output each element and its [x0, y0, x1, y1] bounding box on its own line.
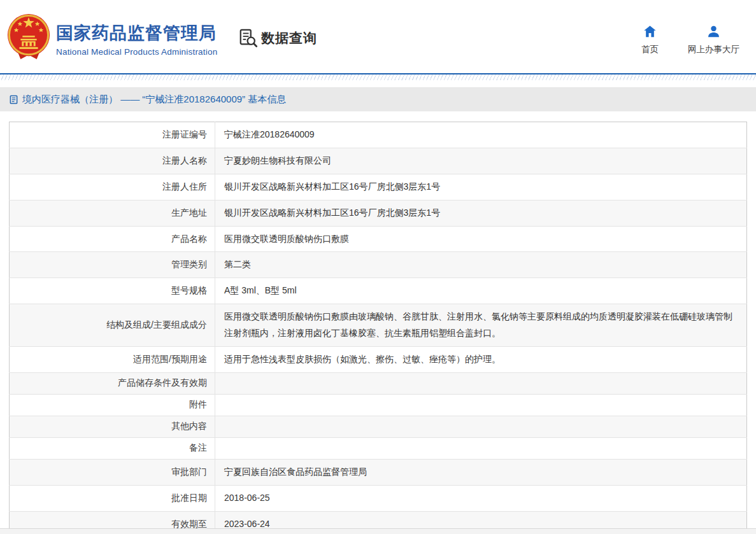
data-query-banner[interactable]: 数据查询: [238, 28, 317, 48]
row-value: 银川开发区战略新兴材料加工区16号厂房北侧3层东1号: [215, 200, 747, 226]
row-value: [215, 416, 747, 437]
table-row: 注册人住所银川开发区战略新兴材料加工区16号厂房北侧3层东1号: [10, 174, 747, 200]
table-row: 管理类别第二类: [10, 252, 747, 278]
row-label-text: 注册证编号: [162, 129, 207, 139]
table-row: 注册人名称宁夏妙朗生物科技有限公司: [10, 148, 747, 174]
row-label: 管理类别: [10, 252, 215, 278]
row-value: 适用于急性浅表型皮肤损伤（如激光、擦伤、过敏、痤疮等）的护理。: [215, 347, 747, 373]
row-value: 2018-06-25: [215, 485, 747, 511]
row-value: 第二类: [215, 252, 747, 278]
nav-hall-label: 网上办事大厅: [688, 44, 739, 55]
row-value: 医用微交联透明质酸钠伤口敷膜由玻璃酸钠、谷胱甘肽、注射用水、氯化钠等主要原料组成…: [215, 304, 747, 347]
nmpa-logo[interactable]: [6, 11, 51, 62]
nav-home-label: 首页: [641, 44, 659, 55]
row-value: 宁械注准20182640009: [215, 122, 747, 148]
row-label: 产品名称: [10, 226, 215, 252]
table-row: 审批部门宁夏回族自治区食品药品监督管理局: [10, 459, 747, 485]
info-table-body: 注册证编号宁械注准20182640009注册人名称宁夏妙朗生物科技有限公司注册人…: [10, 122, 747, 534]
footer-strip: [0, 528, 756, 534]
row-label-text: 其他内容: [171, 421, 207, 431]
org-name-en: National Medical Products Administration: [56, 47, 217, 57]
table-row: 备注: [10, 437, 747, 459]
row-label-text: 注册人住所: [162, 181, 207, 192]
row-label: 注册人名称: [10, 148, 215, 174]
breadcrumb-text: 境内医疗器械（注册） —— “宁械注准20182640009” 基本信息: [22, 94, 286, 106]
national-emblem-icon: [6, 11, 51, 62]
row-label: 批准日期: [10, 485, 215, 511]
row-label-text: 批准日期: [171, 493, 207, 503]
table-row: 型号规格A型 3ml、B型 5ml: [10, 278, 747, 304]
home-icon: [643, 24, 657, 39]
row-label-text: 型号规格: [171, 285, 207, 295]
row-label-text: 注册人名称: [162, 155, 207, 165]
row-label-text: 附件: [189, 399, 207, 409]
row-label: 附件: [10, 394, 215, 416]
data-query-label: 数据查询: [261, 29, 317, 47]
table-row: 产品储存条件及有效期: [10, 372, 747, 394]
hatch-strip: [0, 74, 756, 80]
row-value: 宁夏回族自治区食品药品监督管理局: [215, 459, 747, 485]
row-label-text: 适用范围/预期用途: [133, 354, 207, 364]
nav-home[interactable]: 首页: [641, 24, 659, 55]
row-label: 产品储存条件及有效期: [10, 372, 215, 394]
row-value: [215, 372, 747, 394]
row-label: 注册人住所: [10, 174, 215, 200]
row-label-text: 产品名称: [171, 234, 207, 244]
table-row: 附件: [10, 394, 747, 416]
table-row: 适用范围/预期用途适用于急性浅表型皮肤损伤（如激光、擦伤、过敏、痤疮等）的护理。: [10, 347, 747, 373]
row-label-text: 结构及组成/主要组成成分: [106, 320, 207, 330]
spacer: [0, 80, 756, 87]
nav-online-service-hall[interactable]: 网上办事大厅: [688, 24, 739, 55]
row-label: 备注: [10, 437, 215, 459]
row-value: 宁夏妙朗生物科技有限公司: [215, 148, 747, 174]
table-row: 注册证编号宁械注准20182640009: [10, 122, 747, 148]
row-label: 审批部门: [10, 459, 215, 485]
row-label-text: 产品储存条件及有效期: [118, 377, 207, 388]
user-icon: [706, 24, 721, 39]
table-row: 其他内容: [10, 416, 747, 437]
registration-info-table: 注册证编号宁械注准20182640009注册人名称宁夏妙朗生物科技有限公司注册人…: [9, 122, 747, 534]
row-value: [215, 437, 747, 459]
row-label: 结构及组成/主要组成成分: [10, 304, 215, 347]
document-search-icon: [238, 28, 258, 48]
table-row: 批准日期2018-06-25: [10, 485, 747, 511]
row-label: 适用范围/预期用途: [10, 347, 215, 373]
row-value: [215, 394, 747, 416]
table-row: 产品名称医用微交联透明质酸钠伤口敷膜: [10, 226, 747, 252]
row-label-text: 备注: [189, 442, 207, 453]
row-label-text: 有效期至: [171, 519, 207, 529]
row-value: 医用微交联透明质酸钠伤口敷膜: [215, 226, 747, 252]
page-header: 国家药品监督管理局 National Medical Products Admi…: [0, 0, 756, 73]
top-nav: 首页 网上办事大厅: [641, 24, 739, 55]
breadcrumb: 境内医疗器械（注册） —— “宁械注准20182640009” 基本信息: [0, 87, 756, 111]
table-row: 结构及组成/主要组成成分医用微交联透明质酸钠伤口敷膜由玻璃酸钠、谷胱甘肽、注射用…: [10, 304, 747, 347]
row-label-text: 审批部门: [171, 467, 207, 477]
row-label-text: 生产地址: [171, 207, 207, 218]
registration-info-section: 注册证编号宁械注准20182640009注册人名称宁夏妙朗生物科技有限公司注册人…: [9, 122, 747, 534]
row-label: 型号规格: [10, 278, 215, 304]
table-row: 生产地址银川开发区战略新兴材料加工区16号厂房北侧3层东1号: [10, 200, 747, 226]
org-title-block: 国家药品监督管理局 National Medical Products Admi…: [56, 22, 217, 57]
org-name-zh: 国家药品监督管理局: [56, 22, 217, 45]
row-label-text: 管理类别: [171, 259, 207, 269]
row-label: 生产地址: [10, 200, 215, 226]
row-value: 银川开发区战略新兴材料加工区16号厂房北侧3层东1号: [215, 174, 747, 200]
row-label: 注册证编号: [10, 122, 215, 148]
row-value: A型 3ml、B型 5ml: [215, 278, 747, 304]
page-icon: [9, 95, 18, 104]
row-label: 其他内容: [10, 416, 215, 437]
